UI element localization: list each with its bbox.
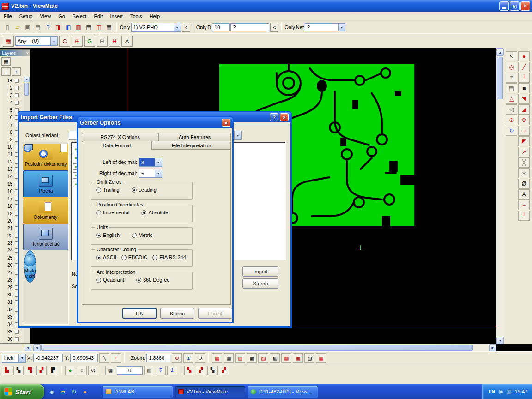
zoom-out-icon[interactable]: ⊖ [195, 353, 205, 363]
corner-tool-icon[interactable]: └ [518, 73, 530, 83]
layer-row[interactable]: 35 [0, 328, 24, 335]
layer-up-icon[interactable]: ↑ [12, 67, 21, 76]
radio-option[interactable]: ASCII [96, 254, 116, 260]
dcode-input[interactable]: 10 [212, 23, 230, 31]
menu-item[interactable]: Setup [16, 12, 36, 20]
radio-option[interactable]: Incremental [96, 210, 129, 215]
scroll-down-icon[interactable]: ▼ [496, 337, 504, 344]
pattern-icon[interactable]: ▚ [207, 366, 218, 375]
snap-circle-tool-icon[interactable]: ◎ [506, 62, 517, 72]
radio-option[interactable]: Quadrant [96, 277, 124, 283]
scroll-right-icon[interactable]: ▶ [489, 344, 496, 351]
target-tool-icon[interactable]: ⊙ [506, 115, 517, 125]
cross-tool-icon[interactable]: ╳ [518, 157, 530, 168]
menu-item[interactable]: Insert [106, 12, 127, 20]
display-mode-icon[interactable]: ▨ [304, 353, 314, 363]
aperture-filter-combo[interactable]: Any(U) ▼ [15, 36, 58, 46]
close-icon[interactable]: × [222, 119, 230, 127]
select-tool-icon[interactable]: ▤ [84, 22, 93, 32]
zoom-field[interactable]: 1.8866 [146, 354, 170, 362]
layer-down-icon[interactable]: ↓ [1, 67, 11, 76]
file-select-combo[interactable]: 1) V2.PHO ▼ [131, 23, 181, 32]
dcode-query-input[interactable]: ? [230, 23, 269, 31]
chevron-down-icon[interactable]: ▼ [234, 131, 241, 139]
refresh-tool-icon[interactable]: ↻ [506, 126, 517, 136]
layer-table-icon[interactable]: ▦ [1, 57, 11, 66]
network-places-icon[interactable]: Místa v síti [24, 250, 36, 283]
chevron-down-icon[interactable]: ▼ [338, 24, 345, 31]
pattern-icon[interactable]: ▚ [184, 366, 194, 375]
select-dcode-icon[interactable]: ▥ [74, 22, 83, 32]
layer-color-swatch[interactable] [15, 86, 19, 90]
x-coordinate-field[interactable]: -0.942237 [33, 354, 63, 362]
horizontal-scrollbar-thumb[interactable] [41, 345, 473, 351]
zoom-window-icon[interactable]: ⊕ [183, 353, 193, 363]
left-of-decimal-combo[interactable]: 3 ▼ [139, 158, 162, 167]
menu-item[interactable]: Select [69, 12, 91, 20]
star-tool-icon[interactable]: ∗ [518, 168, 530, 178]
highlight-on-icon[interactable]: ● [65, 366, 75, 375]
aperture-a-icon[interactable]: A [121, 36, 133, 47]
measure-line-icon[interactable]: ╲ [99, 353, 109, 363]
new-file-icon[interactable]: ▯ [3, 22, 12, 32]
layer-color-swatch[interactable] [15, 79, 19, 83]
aperture-g-icon[interactable]: G [84, 36, 95, 47]
triangle-tool-icon[interactable]: △ [506, 94, 517, 104]
diameter-tool-icon[interactable]: Ø [518, 179, 530, 189]
print-icon[interactable]: ▤ [33, 22, 42, 32]
media-player-icon[interactable]: ↻ [69, 387, 79, 397]
import-button[interactable]: Import [242, 266, 278, 277]
display-mode-icon[interactable]: ▦ [224, 353, 234, 363]
pattern-icon[interactable]: ▙ [2, 366, 12, 375]
context-help-icon[interactable]: ? [43, 22, 53, 32]
desktop-icon[interactable]: Plocha [23, 170, 68, 198]
list-tool-icon[interactable]: ≡ [506, 73, 517, 83]
tray-status-icon[interactable]: ▥ [506, 388, 511, 395]
ok-button[interactable]: OK [122, 308, 157, 319]
filter-net-icon[interactable]: ▦ [104, 22, 114, 32]
open-file-icon[interactable]: ▱ [13, 22, 22, 32]
close-button[interactable]: × [520, 1, 530, 11]
panel-scroll-down-icon[interactable]: ▼ [25, 345, 31, 351]
anchor-up-icon[interactable]: ↥ [167, 366, 177, 375]
tray-status-icon[interactable]: ◉ [498, 388, 503, 395]
rect-tool-icon[interactable]: ▭ [518, 126, 530, 136]
text-tool-icon[interactable]: A [518, 189, 530, 200]
net-select-combo[interactable]: ? ▼ [305, 23, 345, 31]
layer-color-swatch[interactable] [15, 101, 19, 105]
display-mode-icon[interactable]: ▦ [212, 353, 222, 363]
layer-row[interactable]: 1+ [0, 77, 24, 84]
scroll-up-icon[interactable]: ▲ [496, 48, 504, 56]
corner2-tool-icon[interactable]: ┘ [518, 211, 530, 221]
previous-file-button[interactable]: < [182, 23, 190, 32]
chevron-down-icon[interactable]: ▼ [50, 37, 57, 45]
display-mode-icon[interactable]: ▨ [258, 353, 268, 363]
menu-item[interactable]: Tools [127, 12, 146, 20]
close-icon[interactable]: × [280, 113, 289, 121]
radio-option[interactable]: EIA RS-244 [152, 254, 186, 260]
triangle-pad-tool-icon[interactable]: ◢ [518, 104, 530, 115]
only-net-label[interactable]: Only [284, 24, 295, 30]
documents-icon[interactable]: Dokumenty [23, 197, 68, 224]
taskbar-window-button[interactable]: [191-482-091] - Mess... [248, 386, 318, 398]
vertical-scrollbar[interactable]: ▲ ▼ [496, 48, 504, 344]
chevron-down-icon[interactable]: ▼ [174, 23, 181, 31]
aperture-h-icon[interactable]: H [109, 36, 120, 47]
radio-option[interactable]: Metric [132, 232, 152, 238]
explorer-icon[interactable]: ▱ [58, 387, 67, 397]
zoom-in-icon[interactable]: ⊕ [172, 353, 182, 363]
cancel-button[interactable]: Storno [242, 278, 278, 289]
pattern-icon[interactable]: ▞ [219, 366, 229, 375]
dot-grid-icon[interactable]: ▩ [144, 366, 154, 375]
thermal-tool-icon[interactable]: ⊙ [518, 115, 530, 125]
circle-off-icon[interactable]: ○ [77, 366, 87, 375]
only-file-label[interactable]: Only [120, 24, 130, 30]
radio-option[interactable]: English [96, 232, 120, 238]
aperture-grid-icon[interactable]: ⊟ [97, 36, 108, 47]
layer-row[interactable]: 4 [0, 99, 24, 106]
square-pad-tool-icon[interactable]: ■ [518, 83, 530, 93]
chevron-down-icon[interactable]: ▼ [18, 354, 25, 362]
aperture-table-icon[interactable]: ▦ [3, 36, 14, 47]
radio-option[interactable]: Leading [132, 187, 157, 193]
my-computer-icon[interactable]: Tento počítač [23, 224, 68, 251]
